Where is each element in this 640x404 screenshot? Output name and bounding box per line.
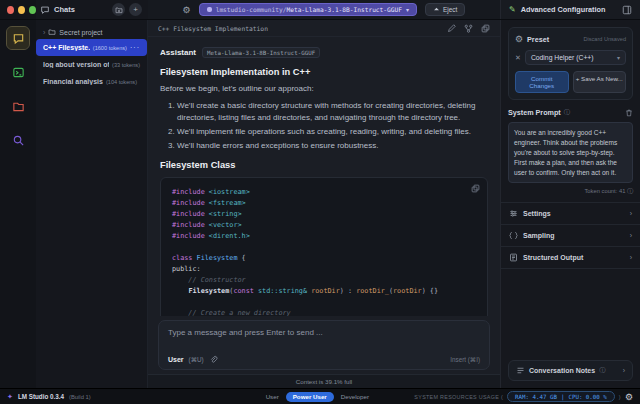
chat-more-icon[interactable]: ··· — [130, 44, 140, 51]
chat-bubble-icon — [12, 32, 25, 45]
assistant-message-header: Assistant Meta-Llama-3.1-8B-Instruct-GGU… — [160, 47, 488, 58]
model-selector[interactable]: lmstudio-community/Meta-Llama-3.1-8B-Ins… — [199, 3, 417, 16]
chevron-right-icon: › — [43, 29, 45, 36]
app-version: LM Studio 0.3.4 — [18, 393, 64, 400]
attach-file-icon[interactable] — [209, 355, 218, 364]
nav-discover-button[interactable] — [7, 129, 29, 151]
save-as-new-button[interactable]: + Save As New... — [573, 71, 627, 93]
user-mode-toggle: User Power User Developer — [266, 392, 369, 402]
new-chat-button[interactable]: + — [129, 3, 142, 16]
sidebar-title: Chats — [54, 5, 75, 14]
message-heading-class: Filesystem Class — [160, 160, 488, 170]
section-structured-output[interactable]: Structured Output › — [501, 247, 640, 269]
lm-studio-window: Chats + ⚙ lmstudio-community/Meta-Llama-… — [0, 0, 640, 404]
chat-list-item[interactable]: log about version of ... (33 tokens) — [36, 56, 147, 73]
folder-icon — [12, 100, 25, 113]
fork-icon[interactable] — [464, 24, 473, 33]
search-icon — [12, 134, 25, 147]
chat-token-count: (33 tokens) — [112, 62, 140, 68]
status-settings-gear-icon[interactable]: ⚙ — [625, 392, 633, 402]
trash-icon — [625, 109, 633, 117]
window-controls — [0, 0, 36, 19]
system-resources: SYSTEM RESOURCES USAGE ( RAM: 4.47 GB | … — [414, 391, 633, 402]
code-block-content: #include <iostream>#include <fstream>#in… — [172, 187, 476, 316]
message-heading-main: Filesystem Implementation in C++ — [160, 67, 488, 77]
chat-token-count: (1600 tokens) — [93, 45, 127, 51]
section-label: Settings — [523, 210, 625, 217]
chat-header: C++ Filesystem Implementation — [148, 20, 500, 37]
section-sampling[interactable]: Sampling › — [501, 225, 640, 247]
folder-icon — [48, 28, 56, 36]
mode-developer[interactable]: Developer — [341, 393, 369, 400]
section-label: Structured Output — [523, 254, 625, 261]
nav-chat-button[interactable] — [7, 27, 29, 49]
copy-code-button[interactable] — [471, 184, 480, 193]
preset-label: Preset — [527, 35, 549, 44]
insert-button[interactable]: Insert (⌘I) — [450, 356, 480, 363]
notes-icon — [516, 366, 525, 375]
minimize-window-button[interactable] — [18, 6, 25, 14]
cpu-usage: CPU: 0.00 % — [568, 394, 606, 400]
clear-system-prompt-button[interactable] — [625, 109, 633, 117]
chats-sidebar: › Secret project C++ Filesyste... (1600 … — [36, 20, 148, 388]
zoom-window-button[interactable] — [29, 6, 36, 14]
pencil-icon: ✎ — [509, 5, 516, 14]
user-role-button[interactable]: User — [168, 356, 184, 363]
chat-list-item[interactable]: C++ Filesyste... (1600 tokens) ··· — [36, 39, 147, 56]
system-prompt-header: System Prompt ⓘ — [508, 108, 633, 117]
approach-list: We'll create a basic directory structure… — [177, 100, 488, 152]
assistant-model-badge: Meta-Llama-3.1-8B-Instruct-GGUF — [202, 47, 320, 58]
section-settings[interactable]: Settings › — [501, 203, 640, 225]
message-input[interactable]: Type a message and press Enter to send .… — [158, 320, 490, 370]
chat-token-count: (104 tokens) — [106, 79, 137, 85]
new-folder-button[interactable] — [112, 3, 125, 16]
resources-label: SYSTEM RESOURCES USAGE ( — [414, 394, 503, 400]
chat-title: Financial analysis — [43, 78, 103, 85]
mode-user[interactable]: User — [266, 393, 279, 400]
model-settings-gear-icon[interactable]: ⚙ — [183, 5, 191, 15]
chevron-right-icon: › — [630, 232, 632, 239]
collapse-panel-icon[interactable] — [622, 5, 632, 15]
clear-preset-button[interactable]: ✕ — [515, 54, 521, 62]
eject-model-button[interactable]: Eject — [425, 3, 465, 16]
app-build: (Build 1) — [69, 394, 91, 400]
commit-changes-button[interactable]: Commit Changes — [515, 71, 569, 93]
assistant-message-body: Filesystem Implementation in C++ Before … — [160, 67, 488, 316]
duplicate-icon[interactable] — [481, 24, 490, 33]
eject-icon — [433, 6, 440, 13]
mode-power-user[interactable]: Power User — [286, 392, 334, 402]
code-block: #include <iostream>#include <fstream>#in… — [160, 177, 488, 316]
settings-icon — [509, 209, 518, 218]
preset-actions: Commit Changes + Save As New... — [515, 71, 626, 93]
nav-rail — [0, 20, 36, 388]
nav-my-models-button[interactable] — [7, 95, 29, 117]
resources-label-close: ) — [619, 394, 621, 400]
preset-select-row: ✕ Coding Helper (C++) ▾ — [515, 50, 626, 65]
close-window-button[interactable] — [7, 6, 14, 14]
discard-unsaved-link[interactable]: Discard Unsaved — [583, 36, 626, 42]
chat-list-item[interactable]: Financial analysis (104 tokens) — [36, 73, 147, 90]
terminal-icon — [12, 66, 25, 79]
sidebar-folder-secret-project[interactable]: › Secret project — [36, 25, 147, 39]
info-icon[interactable]: ⓘ — [564, 108, 570, 117]
chevron-down-icon: ▾ — [617, 54, 620, 61]
assistant-label: Assistant — [160, 48, 196, 57]
advanced-config-header: ✎ Advanced Configuration — [500, 0, 640, 19]
user-role-shortcut: (⌘U) — [189, 356, 204, 363]
folder-label: Secret project — [59, 29, 102, 36]
conversation-notes-row[interactable]: Conversation Notes ⓘ › — [508, 360, 633, 381]
preset-dropdown[interactable]: Coding Helper (C++) ▾ — [525, 50, 626, 65]
chat-title: log about version of ... — [43, 61, 109, 68]
list-item: We'll handle errors and exceptions to en… — [177, 140, 488, 152]
lm-studio-logo-icon: ✦ — [7, 393, 13, 401]
folder-plus-icon — [115, 6, 123, 14]
advanced-configuration-panel: ⚙ Preset Discard Unsaved ✕ Coding Helper… — [500, 20, 640, 388]
edit-chat-icon[interactable] — [447, 24, 456, 33]
structured-output-icon — [509, 253, 518, 262]
preset-dropdown-value: Coding Helper (C++) — [531, 54, 594, 61]
system-prompt-textarea[interactable]: You are an incredibly good C++ engineer.… — [508, 122, 633, 183]
chat-header-actions — [447, 24, 490, 33]
list-item: We'll create a basic directory structure… — [177, 100, 488, 124]
divider: | — [561, 394, 565, 400]
nav-developer-button[interactable] — [7, 61, 29, 83]
